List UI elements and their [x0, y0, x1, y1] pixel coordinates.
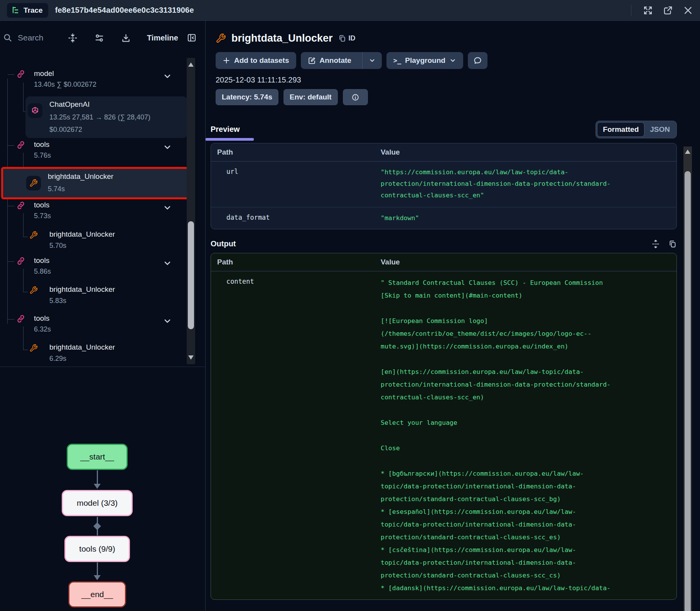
- selected-span-highlight[interactable]: brightdata_Unlocker 5.74s: [1, 167, 189, 199]
- trace-badge: Trace: [7, 3, 48, 18]
- span-name: ChatOpenAI: [49, 100, 90, 109]
- tree-group-tools-2: tools 5.73s brightdata_Unlocker 5.70s: [0, 201, 205, 256]
- chevron-down-icon[interactable]: [163, 316, 172, 326]
- id-label: ID: [349, 34, 356, 42]
- output-table: Path Value content " Standard Contractua…: [211, 253, 677, 600]
- scroll-down-arrow[interactable]: [188, 355, 194, 360]
- open-in-new-button[interactable]: [663, 5, 673, 15]
- close-button[interactable]: [683, 5, 693, 15]
- run-detail-panel: brightdata_Unlocker ID Add to datasets: [206, 21, 700, 611]
- expand-output-button[interactable]: [651, 240, 660, 248]
- graph-node-start[interactable]: __start__: [67, 444, 128, 470]
- span-name: brightdata_Unlocker: [49, 285, 115, 294]
- span-tree: model 13.40s ∑ $0.002672 ChatOpenAI 13.2…: [0, 55, 205, 367]
- input-table: Path Value url "https://commission.europ…: [211, 143, 677, 229]
- scrollbar-thumb[interactable]: [188, 221, 194, 329]
- tree-group-tools-3: tools 5.86s brightdata_Unlocker 5.83s: [0, 256, 205, 314]
- table-row: data_format "markdown": [211, 207, 676, 229]
- timeline-toggle[interactable]: Timeline: [147, 34, 178, 42]
- chevron-down-icon: [369, 57, 376, 64]
- chevron-down-icon[interactable]: [163, 143, 172, 152]
- copy-id-button[interactable]: ID: [338, 34, 356, 42]
- span-name: brightdata_Unlocker: [49, 230, 115, 239]
- openai-icon: [28, 103, 42, 118]
- tree-span-chatopenai[interactable]: ChatOpenAI 13.25s 27,581 → 826 (∑ 28,407…: [25, 96, 187, 138]
- table-row: content " Standard Contractual Clauses (…: [211, 271, 676, 599]
- chain-link-icon: [16, 69, 25, 79]
- span-name[interactable]: tools: [34, 314, 49, 323]
- chain-link-icon: [16, 201, 25, 210]
- copy-icon: [338, 34, 346, 42]
- scroll-up-arrow[interactable]: [685, 150, 690, 154]
- wrench-icon: [216, 33, 226, 44]
- tree-group-tools-1: tools 5.76s brightdata_Unlocker 5.74s: [0, 140, 205, 201]
- wrench-icon: [29, 344, 38, 352]
- chevron-down-icon[interactable]: [163, 72, 172, 81]
- chain-link-icon: [16, 314, 25, 323]
- comments-button[interactable]: [468, 52, 487, 69]
- scroll-up-arrow[interactable]: [188, 62, 194, 67]
- sliders-icon: [94, 33, 104, 43]
- download-button[interactable]: [121, 33, 131, 43]
- chevron-down-icon[interactable]: [163, 259, 172, 268]
- run-title: brightdata_Unlocker: [231, 32, 333, 44]
- output-value-content: " Standard Contractual Clauses (SCC) - E…: [381, 276, 676, 594]
- plus-icon: [223, 57, 230, 64]
- input-value-data-format: "markdown": [381, 212, 676, 224]
- filter-button[interactable]: [94, 33, 104, 43]
- terminal-icon: >_: [393, 57, 401, 64]
- tree-scrollbar[interactable]: [187, 58, 195, 364]
- copy-output-button[interactable]: [668, 240, 677, 248]
- graph-edge: [97, 470, 98, 484]
- span-name: brightdata_Unlocker: [49, 343, 115, 352]
- active-tab-indicator: [206, 138, 254, 141]
- search-icon: [3, 33, 12, 42]
- span-tokens: 13.25s 27,581 → 826 (∑ 28,407): [49, 113, 150, 121]
- input-path-url: url: [211, 167, 381, 202]
- fullscreen-button[interactable]: [643, 5, 653, 15]
- trace-id: fe8e157b4e54ad00ee6e0c3c3131906e: [55, 6, 194, 15]
- toggle-formatted[interactable]: Formatted: [597, 122, 644, 137]
- wrench-icon: [26, 176, 41, 190]
- span-meta: 13.40s ∑ $0.002672: [34, 81, 96, 89]
- scrollbar-thumb[interactable]: [685, 171, 691, 611]
- span-meta: 5.74s: [48, 185, 65, 193]
- view-toggle: Formatted JSON: [595, 121, 677, 138]
- add-to-datasets-button[interactable]: Add to datasets: [216, 52, 296, 69]
- playground-button[interactable]: >_ Playground: [386, 52, 463, 69]
- span-name[interactable]: tools: [34, 201, 49, 209]
- search-input[interactable]: Search: [3, 33, 65, 42]
- tree-group-tools-4: tools 6.32s brightdata_Unlocker 6.29s: [0, 314, 205, 367]
- copy-icon: [668, 240, 677, 248]
- span-name: brightdata_Unlocker: [48, 172, 113, 181]
- collapse-all-button[interactable]: [68, 33, 78, 43]
- topbar: Trace fe8e157b4e54ad00ee6e0c3c3131906e: [0, 0, 700, 21]
- tree-group-model: model 13.40s ∑ $0.002672 ChatOpenAI 13.2…: [0, 69, 205, 140]
- info-icon: [351, 93, 359, 101]
- collapse-vertical-icon: [68, 33, 78, 43]
- agent-graph: __start__ model (3/3) tools (9/9) __end_…: [0, 367, 205, 611]
- main-scrollbar[interactable]: [683, 146, 692, 611]
- toggle-json[interactable]: JSON: [644, 125, 675, 134]
- span-meta: 5.83s: [49, 297, 66, 305]
- open-in-new-icon: [663, 5, 673, 15]
- span-name[interactable]: model: [34, 69, 54, 78]
- graph-node-model[interactable]: model (3/3): [62, 490, 133, 516]
- chain-link-icon: [16, 256, 25, 266]
- annotate-icon: [308, 57, 316, 65]
- collapse-panel-button[interactable]: [187, 33, 197, 43]
- expand-vertical-icon: [651, 240, 660, 248]
- span-name[interactable]: tools: [34, 256, 49, 265]
- info-badge[interactable]: [343, 89, 368, 105]
- chevron-down-icon[interactable]: [163, 203, 172, 212]
- trace-sidebar: Search: [0, 21, 206, 611]
- sidebar-toolbar: Search: [0, 21, 205, 55]
- graph-node-end[interactable]: __end__: [68, 581, 126, 608]
- path-header: Path: [211, 258, 381, 266]
- chevron-down-icon: [449, 57, 456, 64]
- annotate-button[interactable]: Annotate: [301, 52, 382, 69]
- graph-node-tools[interactable]: tools (9/9): [64, 536, 130, 562]
- value-header: Value: [381, 148, 676, 157]
- annotate-dropdown[interactable]: [362, 52, 382, 69]
- span-name[interactable]: tools: [34, 140, 49, 149]
